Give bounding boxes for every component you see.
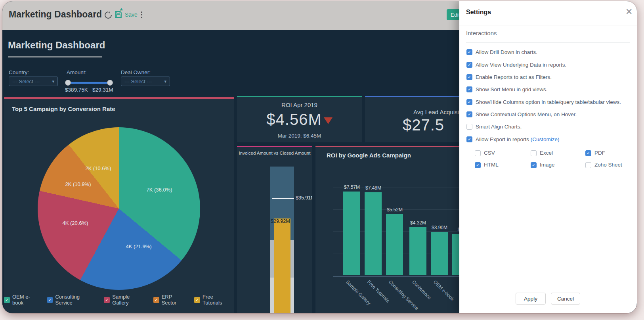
bar[interactable]	[431, 232, 448, 275]
settings-section-heading: Interactions	[466, 30, 497, 36]
setting-allow-export[interactable]: ✓ Allow Export in reports (Customize)	[466, 136, 560, 143]
settings-panel-title: Settings	[466, 9, 491, 16]
bar[interactable]	[365, 192, 382, 275]
kpi-title: ROI Apr 2019	[237, 102, 362, 108]
export-option-label: Image	[540, 162, 555, 168]
setting-contextual-options[interactable]: ✓ Show Contextual Options Menu, on Hover…	[466, 111, 577, 118]
dashboard-title: Marketing Dashboard	[8, 40, 105, 51]
legend-item[interactable]: ✓ ERP Sector	[153, 294, 188, 306]
bar-value-label: $3.90M	[428, 225, 451, 230]
kpi-comparison: Mar 2019: $6.45M	[237, 133, 362, 139]
close-icon[interactable]: ✕	[625, 7, 633, 17]
bar[interactable]	[343, 192, 360, 275]
export-option-pdf[interactable]: ✓ PDF	[585, 150, 605, 156]
legend-checkbox-icon: ✓	[4, 297, 10, 303]
checkbox[interactable]: ✓	[466, 86, 472, 92]
checkbox[interactable]: ✓	[466, 49, 472, 55]
bar-value-label: $5.52M	[383, 207, 407, 213]
dashboard-title-underline	[8, 56, 102, 57]
roi-kpi-card: ROI Apr 2019 $4.56M Mar 2019: $6.45M	[237, 96, 362, 142]
chevron-down-icon: ▾	[164, 79, 166, 84]
bullet-chart-card: Invoiced Amount vs Closed Amount $35.91M…	[237, 146, 312, 313]
settings-panel: Settings ✕ Interactions ✓ Allow Drill Do…	[459, 1, 637, 313]
checkbox[interactable]: ✓	[531, 162, 537, 168]
pie-slice-label: 7K (36.0%)	[146, 187, 172, 193]
legend-item[interactable]: ✓ OEM e-book	[4, 294, 41, 306]
setting-label-text: Allow Export in reports	[476, 136, 529, 142]
amount-max-value: $29.31M	[92, 87, 113, 93]
checkbox[interactable]: ✓	[466, 62, 472, 68]
pie-chart[interactable]	[38, 127, 200, 290]
bullet-chart-title: Invoiced Amount vs Closed Amount	[237, 151, 312, 155]
bar[interactable]	[409, 227, 426, 275]
checkbox[interactable]: ✓	[466, 136, 472, 142]
bullet-measure-bar[interactable]	[274, 218, 290, 313]
setting-view-underlying-data[interactable]: ✓ Allow View Underlying Data in reports.	[466, 62, 566, 68]
deal-owner-select[interactable]: --- Select --- ▾	[121, 77, 170, 86]
setting-label: Show Contextual Options Menu, on Hover.	[476, 111, 577, 118]
setting-label: Allow Drill Down in charts.	[476, 49, 537, 56]
bar[interactable]	[386, 214, 403, 275]
legend-item[interactable]: ✓ Sample Gallery	[104, 294, 147, 306]
bar-value-label: $7.48M	[361, 185, 385, 191]
y-axis-line	[333, 166, 333, 276]
bullet-measure-label: $29.92M	[271, 218, 290, 224]
amount-min-value: $389.75K	[65, 87, 88, 93]
setting-smart-align[interactable]: Smart Align Charts.	[466, 124, 522, 130]
legend-label: Sample Gallery	[112, 294, 147, 306]
legend-checkbox-icon: ✓	[104, 297, 110, 303]
more-options-kebab-icon[interactable]: ⋮	[138, 10, 145, 19]
export-option-image[interactable]: ✓ Image	[531, 162, 555, 168]
save-label: Save	[125, 11, 138, 18]
setting-label: Show Sort Menu in grid views.	[476, 86, 548, 93]
checkbox[interactable]	[466, 124, 472, 130]
legend-label: Consulting Service	[55, 294, 98, 306]
export-option-excel[interactable]: Excel	[531, 150, 553, 156]
customize-link[interactable]: (Customize)	[531, 136, 560, 142]
amount-range-slider[interactable]	[68, 82, 110, 84]
deal-owner-select-value: --- Select ---	[124, 79, 152, 84]
pie-chart-title: Top 5 Campaign by Conversion Rate	[12, 105, 115, 112]
export-option-zoho-sheet[interactable]: Zoho Sheet	[585, 162, 622, 168]
checkbox[interactable]	[585, 162, 591, 168]
checkbox[interactable]	[475, 150, 481, 156]
cancel-button[interactable]: Cancel	[551, 293, 580, 305]
slider-handle-min[interactable]	[65, 80, 71, 86]
setting-reports-as-filters[interactable]: ✓ Enable Reports to act as Filters.	[466, 74, 552, 80]
trend-down-icon	[324, 117, 333, 124]
setting-label: Enable Reports to act as Filters.	[476, 74, 552, 80]
slider-handle-max[interactable]	[107, 80, 113, 86]
legend-item[interactable]: ✓ Free Tutorials	[194, 294, 234, 306]
country-select[interactable]: --- Select --- ▾	[9, 77, 58, 86]
setting-show-hide-columns[interactable]: ✓ Show/Hide Columns option in table/quer…	[466, 99, 621, 105]
bullet-target-line	[272, 198, 294, 199]
checkbox[interactable]	[531, 150, 537, 156]
pie-chart-card: Top 5 Campaign by Conversion Rate 7K (36…	[4, 97, 234, 313]
refresh-button[interactable]	[104, 11, 113, 19]
checkbox[interactable]: ✓	[466, 111, 472, 117]
export-option-label: Zoho Sheet	[594, 162, 622, 168]
kpi-value: $27.5	[403, 116, 444, 134]
legend-item[interactable]: ✓ Consulting Service	[47, 294, 98, 306]
checkbox[interactable]: ✓	[466, 99, 472, 105]
country-filter-label: Country:	[9, 69, 29, 75]
checkbox[interactable]: ✓	[585, 150, 591, 156]
chevron-down-icon: ▾	[52, 79, 54, 84]
export-option-csv[interactable]: CSV	[475, 150, 495, 156]
checkbox[interactable]: ✓	[466, 74, 472, 80]
export-option-html[interactable]: ✓ HTML	[475, 162, 499, 168]
checkbox[interactable]: ✓	[475, 162, 481, 168]
export-option-label: PDF	[594, 150, 605, 156]
apply-button[interactable]: Apply	[516, 293, 546, 305]
app-window: Marketing Dashboard * Save ⋮ Edit Market…	[2, 1, 637, 313]
setting-label: Allow View Underlying Data in reports.	[476, 62, 566, 68]
pie-legend: ✓ OEM e-book ✓ Consulting Service ✓ Samp…	[4, 294, 234, 306]
save-button[interactable]: * Save	[115, 11, 138, 18]
setting-sort-menu[interactable]: ✓ Show Sort Menu in grid views.	[466, 86, 548, 93]
legend-checkbox-icon: ✓	[47, 297, 53, 303]
export-option-label: Excel	[540, 150, 553, 156]
setting-label: Allow Export in reports (Customize)	[476, 136, 560, 143]
setting-allow-drill-down[interactable]: ✓ Allow Drill Down in charts.	[466, 49, 537, 56]
legend-label: Free Tutorials	[203, 294, 234, 306]
country-select-value: --- Select ---	[12, 79, 40, 84]
